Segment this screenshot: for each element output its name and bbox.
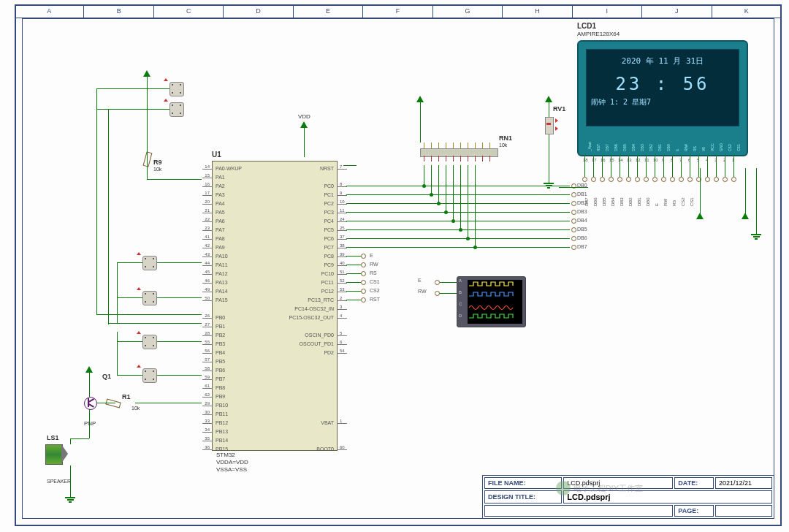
ls1-ref: LS1 <box>47 434 59 441</box>
lcd-pin-terminal[interactable] <box>679 177 684 182</box>
lcd-pin-terminal[interactable] <box>609 177 614 182</box>
ruler-col: A <box>15 4 84 18</box>
schematic-canvas[interactable]: ABCDEFGHIJK U1 PA0-WKUP14PA115PA216PA317… <box>0 0 789 532</box>
lcd-pin-terminal[interactable] <box>670 177 675 182</box>
rn1[interactable] <box>420 142 497 164</box>
lcd-extpin-CS2: CS2 <box>681 197 685 206</box>
db-terminal[interactable] <box>571 218 576 224</box>
u1-pin-PC15-OSC32_OUT: PC15-OSC32_OUT <box>289 315 334 320</box>
u1-pin-PA8: PA8 <box>216 236 225 241</box>
oscilloscope[interactable]: A B C D <box>457 276 526 327</box>
lcd-pin-terminal[interactable] <box>582 177 587 182</box>
lcd-pin-terminal[interactable] <box>617 177 622 182</box>
r9-ref: R9 <box>153 159 162 166</box>
lcd-line2: 23 : 56 <box>587 69 739 96</box>
lcd-intpin-VCC: VCC <box>710 143 714 151</box>
lcd-intpin-DB3: DB3 <box>640 144 644 151</box>
tb-file-label: FILE NAME: <box>484 477 562 489</box>
u1-pin-PC9: PC9 <box>324 262 334 267</box>
u1-chip[interactable]: PA0-WKUP14PA115PA216PA317PA420PA521PA622… <box>212 161 338 451</box>
tb-design-label: DESIGN TITLE: <box>484 490 562 503</box>
ruler-col: F <box>363 4 432 18</box>
lcd-pin-terminal[interactable] <box>600 177 605 182</box>
lcd-part: AMPIRE128X64 <box>577 31 620 37</box>
netlabel-E: E <box>370 253 373 258</box>
u1-pin-PA12: PA12 <box>216 271 228 276</box>
lcd-pin-terminal[interactable] <box>635 177 640 182</box>
netlabel-DB1: DB1 <box>577 191 587 197</box>
lcd-intpin-RS: RS <box>693 146 697 151</box>
lcd-pin-terminal[interactable] <box>723 177 728 182</box>
u1-pin-PB0: PB0 <box>216 315 225 320</box>
lcd-extpin-DB4: DB4 <box>611 197 615 206</box>
wechat-icon <box>556 481 571 495</box>
u1-pin-PB5: PB5 <box>216 359 225 364</box>
u1-pin-PA9: PA9 <box>216 245 225 250</box>
u1-pin-PA10: PA10 <box>216 254 228 259</box>
db-terminal[interactable] <box>571 201 576 206</box>
netlabel-CS2: CS2 <box>370 288 380 293</box>
u1-pin-PD2: PD2 <box>324 350 334 355</box>
lcd-pin-terminal[interactable] <box>714 177 719 182</box>
u1-pin-PC11: PC11 <box>321 280 334 285</box>
u1-pin-PB6: PB6 <box>216 368 225 373</box>
u1-pin-PB13: PB13 <box>216 429 228 434</box>
tb-date-label: DATE: <box>674 477 714 489</box>
lcd-intpin-GND: GND <box>719 143 723 151</box>
ruler-col: E <box>294 4 363 18</box>
netlabel-RW: RW <box>370 262 378 267</box>
ruler-col: I <box>573 4 642 18</box>
u1-pin-PC5: PC5 <box>324 227 334 232</box>
scope-ch-b: B <box>459 290 462 294</box>
ruler-col: H <box>503 4 572 18</box>
ctrl-terminal[interactable] <box>361 271 366 276</box>
lcd-intpin-E: E <box>675 149 679 151</box>
u1-pin-PC14-OSC32_IN: PC14-OSC32_IN <box>294 306 334 311</box>
netlabel-DB2: DB2 <box>577 200 587 205</box>
u1-pin-PA6: PA6 <box>216 218 225 224</box>
db-terminal[interactable] <box>571 236 576 241</box>
db-terminal[interactable] <box>571 227 576 232</box>
db-terminal[interactable] <box>571 210 576 215</box>
scope-ch-c: C <box>459 302 462 306</box>
lcd-pin-terminal[interactable] <box>731 177 736 182</box>
db-terminal[interactable] <box>571 245 576 250</box>
lcd-pin-terminal[interactable] <box>687 177 693 182</box>
db-terminal[interactable] <box>571 192 576 197</box>
r1-val: 10k <box>132 406 140 411</box>
u1-part: STM32 <box>216 452 235 458</box>
q1-type: PNP <box>84 420 96 427</box>
q1-ref: Q1 <box>102 373 111 380</box>
lcd-module[interactable]: 2020 年 11 月 31日 23 : 56 闹钟 1: 2 星期7 _Vou… <box>577 40 748 156</box>
lcd-intpin-CS1: CS1 <box>736 144 741 151</box>
lcd-extpin-DB5: DB5 <box>602 197 606 206</box>
u1-pin-PB3: PB3 <box>216 341 225 346</box>
lcd-pin-terminal[interactable] <box>591 177 596 182</box>
lcd-pin-terminal[interactable] <box>652 177 658 182</box>
ctrl-terminal[interactable] <box>361 289 366 294</box>
lcd-intpin-DB7: DB7 <box>605 144 609 151</box>
ctrl-terminal[interactable] <box>361 297 366 303</box>
lcd-intpin-DB4: DB4 <box>631 144 636 151</box>
lcd-pin-terminal[interactable] <box>661 177 666 182</box>
lcd-pin-terminal[interactable] <box>705 177 710 182</box>
ctrl-terminal[interactable] <box>361 262 366 267</box>
u1-pin-PB15: PB15 <box>216 446 228 452</box>
lcd-extpin-DB0: DB0 <box>646 197 650 206</box>
lcd-pin-terminal[interactable] <box>626 177 631 182</box>
u1-pin-PC3: PC3 <box>324 210 334 215</box>
lcd-extpin-DB1: DB1 <box>637 197 641 206</box>
terminal-e[interactable] <box>435 280 440 285</box>
terminal-rw[interactable] <box>435 291 440 296</box>
ls1-val: SPEAKER <box>47 479 71 484</box>
u1-pin-PA11: PA11 <box>216 262 228 267</box>
u1-pin-PC7: PC7 <box>324 245 334 250</box>
ctrl-terminal[interactable] <box>361 254 366 259</box>
ruler-col: K <box>712 4 782 18</box>
watermark: 电子工程DIY工作室 <box>556 481 643 495</box>
lcd-pin-terminal[interactable] <box>644 177 649 182</box>
u1-pin-PB10: PB10 <box>216 403 228 408</box>
ctrl-terminal[interactable] <box>361 280 366 285</box>
lcd-intpin-CS2: CS2 <box>728 144 732 151</box>
u1-pin-NRST: NRST <box>320 166 334 171</box>
